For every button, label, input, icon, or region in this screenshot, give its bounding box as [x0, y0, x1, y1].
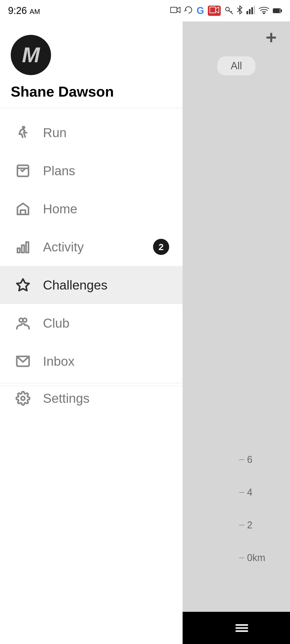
challenges-icon — [13, 276, 32, 294]
svg-rect-14 — [274, 9, 280, 12]
sidebar-item-club[interactable]: Club — [0, 304, 183, 342]
avatar: M — [11, 35, 51, 75]
rotate-icon — [184, 6, 193, 16]
status-bar: 9:26 AM G — [0, 0, 290, 21]
svg-rect-20 — [21, 245, 24, 253]
home-icon — [13, 199, 32, 218]
sidebar-item-settings-label: Settings — [43, 391, 89, 406]
sidebar-item-club-label: Club — [43, 316, 70, 331]
wifi-icon — [259, 6, 269, 16]
sidebar-item-inbox-label: Inbox — [43, 354, 74, 369]
svg-point-26 — [21, 396, 25, 400]
right-panel: All 6 4 2 0km — [183, 21, 290, 644]
activity-badge: 2 — [153, 239, 169, 255]
settings-icon — [13, 389, 32, 408]
svg-point-11 — [263, 13, 265, 14]
svg-point-4 — [226, 7, 229, 11]
inbox-icon — [13, 352, 32, 371]
svg-rect-8 — [249, 9, 251, 14]
drawer: M Shane Dawson Run — [0, 21, 183, 644]
svg-line-6 — [231, 11, 232, 12]
chart-label-4: 4 — [239, 487, 252, 498]
bluetooth-icon — [237, 5, 243, 17]
plans-icon — [13, 161, 32, 180]
sidebar-item-plans[interactable]: Plans — [0, 152, 183, 190]
sidebar-item-run-label: Run — [43, 125, 67, 140]
key-icon — [224, 6, 233, 16]
sidebar-item-inbox[interactable]: Inbox — [0, 342, 183, 380]
sidebar-item-activity[interactable]: Activity 2 — [0, 228, 183, 266]
run-icon — [13, 123, 32, 142]
sidebar-item-activity-label: Activity — [43, 240, 84, 254]
svg-rect-0 — [171, 7, 177, 13]
svg-rect-21 — [26, 242, 28, 253]
svg-rect-9 — [251, 7, 253, 14]
svg-point-15 — [23, 126, 24, 128]
sidebar-item-plans-label: Plans — [43, 163, 75, 178]
activity-icon — [13, 237, 32, 256]
svg-marker-22 — [17, 279, 29, 291]
svg-point-24 — [23, 318, 27, 322]
chart-area: 6 4 2 0km — [236, 454, 290, 564]
status-ampm: AM — [30, 8, 40, 16]
all-badge[interactable]: All — [217, 56, 255, 75]
chart-label-6: 6 — [239, 454, 252, 465]
profile-area: M Shane Dawson — [0, 21, 183, 108]
svg-rect-10 — [254, 6, 255, 14]
sidebar-item-run[interactable]: Run — [0, 114, 183, 152]
nav-list: Run Plans — [0, 108, 183, 644]
sidebar-item-challenges[interactable]: Challenges — [0, 266, 183, 304]
video-icon — [170, 6, 180, 16]
signal-icon — [247, 6, 255, 16]
user-name: Shane Dawson — [11, 83, 172, 100]
battery-icon — [273, 6, 282, 15]
sidebar-item-settings[interactable]: Settings — [0, 386, 183, 417]
svg-rect-18 — [20, 210, 25, 214]
main-container: M Shane Dawson Run — [0, 21, 290, 644]
svg-rect-2 — [210, 7, 216, 13]
status-icons: G — [170, 5, 282, 17]
avatar-letter: M — [22, 43, 40, 67]
google-icon: G — [197, 5, 204, 16]
club-icon — [13, 314, 32, 332]
svg-rect-19 — [17, 248, 20, 253]
svg-rect-7 — [247, 11, 248, 14]
add-button[interactable] — [260, 27, 282, 48]
nav-divider — [0, 383, 183, 383]
chart-label-2: 2 — [239, 519, 252, 531]
status-time: 9:26 AM — [8, 5, 40, 16]
sidebar-item-home-label: Home — [43, 202, 77, 216]
svg-rect-13 — [281, 10, 282, 12]
chart-label-0km: 0km — [239, 552, 265, 564]
svg-line-5 — [229, 10, 233, 14]
sidebar-item-challenges-label: Challenges — [43, 278, 107, 292]
record-icon — [208, 6, 221, 16]
svg-marker-1 — [177, 7, 180, 13]
menu-button[interactable] — [231, 617, 252, 639]
svg-marker-3 — [216, 7, 219, 13]
sidebar-item-home[interactable]: Home — [0, 190, 183, 228]
